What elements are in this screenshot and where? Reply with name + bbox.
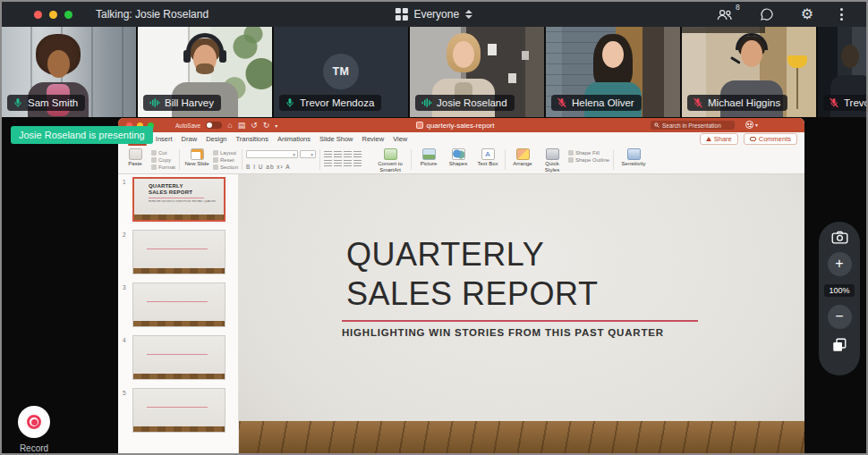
photo-camera-icon	[831, 231, 848, 244]
layers-button[interactable]	[831, 337, 847, 353]
copy-button[interactable]: Copy	[151, 157, 175, 163]
share-button[interactable]: Share	[700, 133, 738, 145]
participant-name: Trevor	[844, 97, 866, 108]
autosave-toggle[interactable]	[206, 122, 222, 129]
window-traffic-lights[interactable]	[34, 11, 72, 19]
chat-button[interactable]	[760, 7, 774, 21]
paste-button[interactable]: Paste	[122, 148, 149, 167]
chevron-down-icon: ▾	[755, 122, 758, 128]
participant-name: Michael Higgins	[708, 97, 780, 108]
section-button[interactable]: Section	[213, 164, 238, 170]
layout-button[interactable]: Layout	[213, 150, 238, 156]
convert-to-smartart-button[interactable]: Convert to SmartArt	[373, 148, 407, 173]
talking-indicator: Talking: Josie Roseland	[96, 8, 208, 21]
participant-count-badge: 8	[736, 3, 740, 12]
tab-review[interactable]: Review	[358, 133, 389, 145]
slide-thumbnail-3[interactable]	[132, 282, 226, 327]
format-painter-button[interactable]: Format	[151, 164, 175, 170]
zoom-out-button[interactable]: −	[828, 305, 852, 329]
slide-title[interactable]: QUARTERLY SALES REPORT	[346, 235, 598, 314]
home-icon[interactable]: ⌂	[227, 122, 232, 130]
participant-nametag: Josie Roseland	[415, 95, 515, 111]
video-tile-sam-smith[interactable]: Sam Smith	[2, 27, 136, 117]
arrange-button[interactable]: Arrange	[509, 148, 536, 167]
redo-icon[interactable]: ↻	[263, 122, 270, 130]
video-tile-bill-harvey[interactable]: Bill Harvey	[138, 27, 272, 117]
font-style-buttons[interactable]: B I U ab x² A	[246, 164, 291, 170]
slide-number: 3	[123, 284, 126, 291]
shared-powerpoint-window: AutoSave ⌂ ▤ ↺ ↻ ▾ quarterly-sales-repor…	[118, 118, 804, 455]
arrange-group: Arrange Quick Styles Shape Fill Shape Ou…	[509, 147, 609, 172]
copy-icon	[151, 157, 157, 163]
save-icon[interactable]: ▤	[238, 122, 246, 130]
paragraph-align-buttons[interactable]	[324, 150, 370, 166]
zoom-in-button[interactable]: +	[828, 252, 852, 276]
record-control[interactable]: Record	[18, 406, 50, 453]
shape-outline-icon	[568, 157, 574, 163]
new-slide-button[interactable]: New Slide	[183, 148, 210, 167]
paragraph-group: Convert to SmartArt	[324, 147, 407, 172]
feedback-button[interactable]: ▾	[745, 121, 758, 129]
tab-transitions[interactable]: Transitions	[231, 133, 272, 145]
participant-name: Helena Oliver	[572, 97, 634, 108]
video-tile-helena-oliver[interactable]: Helena Oliver	[546, 27, 680, 117]
tab-slide-show[interactable]: Slide Show	[315, 133, 358, 145]
clipboard-group: Paste Cut Copy Format	[122, 147, 175, 172]
close-window-button[interactable]	[34, 11, 42, 19]
slide-accent-line	[342, 320, 698, 322]
thumbnail-floor	[134, 215, 224, 220]
sensitivity-button[interactable]: Sensitivity	[617, 148, 650, 167]
picture-button[interactable]: Picture	[415, 148, 442, 167]
video-tile-michael-higgins[interactable]: Michael Higgins	[682, 27, 816, 117]
tab-insert[interactable]: Insert	[151, 133, 177, 145]
search-in-presentation-field[interactable]: Search in Presentation	[651, 121, 735, 130]
thumbnail-accent-line	[149, 198, 204, 198]
comments-button[interactable]: Comments	[744, 133, 797, 145]
slide-thumbnail-1[interactable]: QUARTERLY SALES REPORT HIGHLIGHTING WIN …	[132, 177, 226, 222]
slide-canvas[interactable]: QUARTERLY SALES REPORT HIGHLIGHTING WIN …	[239, 174, 804, 455]
more-options-button[interactable]	[840, 8, 843, 21]
shape-outline-button[interactable]: Shape Outline	[568, 157, 609, 163]
slide-thumbnail-2[interactable]	[132, 230, 226, 274]
thumbnail-title: QUARTERLY SALES REPORT	[149, 183, 192, 196]
slide-subtitle[interactable]: HIGHLIGHTING WIN STORIES FROM THIS PAST …	[342, 327, 664, 338]
settings-button[interactable]: ⚙	[801, 7, 813, 21]
reset-button[interactable]: Reset	[213, 157, 238, 163]
tab-animations[interactable]: Animations	[273, 133, 315, 145]
picture-icon	[422, 148, 436, 160]
font-size-select[interactable]: ▾	[300, 150, 316, 158]
participants-button[interactable]: 8	[716, 8, 733, 21]
view-selector[interactable]: Everyone	[396, 2, 472, 27]
font-family-select[interactable]: ▾	[246, 150, 298, 158]
video-tile-trevor[interactable]: Trevor	[818, 27, 866, 117]
shapes-button[interactable]: Shapes	[445, 148, 472, 167]
slide-thumbnail-panel: 1 QUARTERLY SALES REPORT HIGHLIGHTING WI…	[118, 174, 239, 455]
record-label: Record	[18, 443, 50, 453]
slide-thumbnail-5[interactable]	[132, 388, 226, 433]
people-icon	[716, 8, 733, 21]
new-slide-icon	[191, 148, 204, 160]
record-button[interactable]	[18, 406, 50, 438]
minimize-window-button[interactable]	[49, 11, 57, 19]
slide-thumbnail-4[interactable]	[132, 335, 226, 380]
arrange-icon	[516, 148, 530, 160]
undo-icon[interactable]: ↺	[251, 122, 258, 130]
cut-button[interactable]: Cut	[151, 150, 175, 156]
participant-name: Trevor Mendoza	[300, 97, 374, 108]
tab-draw[interactable]: Draw	[177, 133, 202, 145]
video-tile-josie-roseland[interactable]: Josie Roseland	[410, 27, 544, 117]
snapshot-button[interactable]	[831, 231, 848, 244]
tab-design[interactable]: Design	[201, 133, 231, 145]
video-tile-trevor-mendoza[interactable]: TM Trevor Mendoza	[274, 27, 408, 117]
slide-number: 5	[123, 390, 126, 396]
participant-nametag: Sam Smith	[7, 95, 85, 111]
comment-icon	[750, 137, 756, 141]
zoom-window-button[interactable]	[64, 11, 72, 19]
text-box-button[interactable]: Text Box	[474, 148, 501, 167]
quick-styles-button[interactable]: Quick Styles	[539, 148, 566, 173]
document-title-text: quarterly-sales-report	[426, 122, 494, 130]
quick-access-toolbar: AutoSave ⌂ ▤ ↺ ↻ ▾	[175, 122, 277, 130]
chevron-down-icon[interactable]: ▾	[275, 122, 277, 129]
shape-fill-button[interactable]: Shape Fill	[568, 150, 609, 156]
tab-view[interactable]: View	[388, 133, 412, 145]
